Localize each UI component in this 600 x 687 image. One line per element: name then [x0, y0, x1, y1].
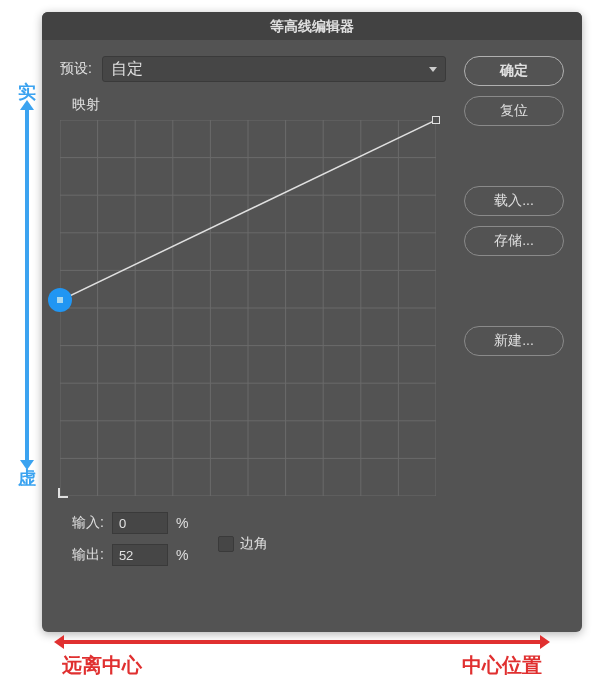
preset-row: 预设: 自定 [60, 56, 446, 82]
left-panel: 预设: 自定 映射 [60, 56, 446, 576]
input-label: 输入: [72, 514, 104, 532]
chevron-down-icon [429, 67, 437, 72]
corner-marker-icon [58, 488, 68, 498]
horizontal-arrow-icon [62, 640, 542, 644]
new-button[interactable]: 新建... [464, 326, 564, 356]
point-handle-icon [57, 297, 63, 303]
anno-left-label: 远离中心 [62, 652, 142, 679]
preset-label: 预设: [60, 60, 92, 78]
button-panel: 确定 复位 载入... 存储... 新建... [464, 56, 564, 576]
percent-label: % [176, 547, 188, 563]
contour-editor-dialog: 等高线编辑器 预设: 自定 映射 [42, 12, 582, 632]
horizontal-annotation: 远离中心 中心位置 [62, 640, 542, 679]
dialog-content: 预设: 自定 映射 [42, 40, 582, 592]
output-row: 输出: % [72, 544, 188, 566]
load-button[interactable]: 载入... [464, 186, 564, 216]
grid-svg [60, 120, 436, 496]
save-button[interactable]: 存储... [464, 226, 564, 256]
preset-value: 自定 [111, 59, 143, 80]
output-field[interactable] [112, 544, 168, 566]
dialog-title: 等高线编辑器 [42, 12, 582, 40]
ok-button[interactable]: 确定 [464, 56, 564, 86]
corner-checkbox-group: 边角 [218, 535, 268, 553]
vertical-annotation: 实 虚 [18, 80, 36, 490]
anno-right-label: 中心位置 [462, 652, 542, 679]
reset-button[interactable]: 复位 [464, 96, 564, 126]
input-field[interactable] [112, 512, 168, 534]
corner-label: 边角 [240, 535, 268, 553]
mapping-label: 映射 [72, 96, 446, 114]
curve-editor[interactable] [60, 120, 436, 496]
preset-dropdown[interactable]: 自定 [102, 56, 446, 82]
curve-point-start[interactable] [48, 288, 72, 312]
percent-label: % [176, 515, 188, 531]
curve-point-end[interactable] [432, 116, 440, 124]
input-row: 输入: % [72, 512, 188, 534]
vertical-arrow-icon [25, 108, 29, 462]
corner-checkbox[interactable] [218, 536, 234, 552]
curve-grid [60, 120, 436, 496]
output-label: 输出: [72, 546, 104, 564]
